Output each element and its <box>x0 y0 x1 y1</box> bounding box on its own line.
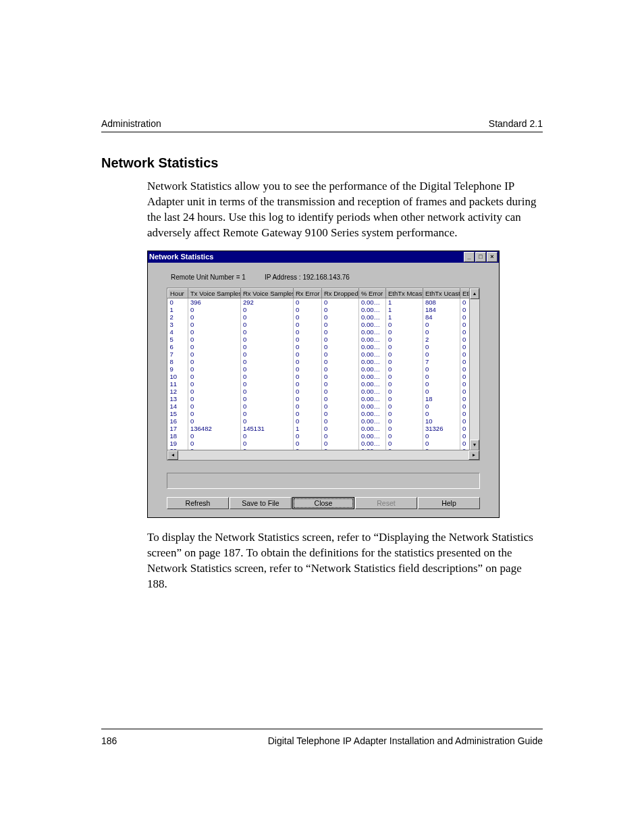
page-footer: 186 Digital Telephone IP Adapter Install… <box>101 735 543 746</box>
col-ethtx-ucast[interactable]: EthTx Ucast <box>423 288 460 298</box>
cell: 12 <box>168 388 188 395</box>
table-row[interactable]: 700000.00…000 <box>168 350 481 358</box>
table-row[interactable]: 400000.00…000 <box>168 328 481 336</box>
table-row[interactable]: 1800000.00…000 <box>168 432 481 440</box>
cell: 0 <box>322 365 359 373</box>
scroll-up-icon[interactable]: ▴ <box>470 288 479 299</box>
table-row[interactable]: 1500000.00…000 <box>168 410 481 417</box>
cell: 10 <box>423 417 460 425</box>
cell: 0 <box>423 350 460 358</box>
cell: 0 <box>322 336 359 343</box>
cell: 0 <box>294 373 322 380</box>
table-row[interactable]: 17136482145131100.00…0313260 <box>168 425 481 432</box>
table-row[interactable]: 200000.00…1840 <box>168 313 481 321</box>
cell: 0 <box>322 350 359 358</box>
reset-button[interactable]: Reset <box>355 497 417 509</box>
scroll-right-icon[interactable]: ▸ <box>468 450 479 460</box>
col-tx-voice[interactable]: Tx Voice Samples <box>188 288 241 298</box>
table-row[interactable]: 1300000.00…0180 <box>168 395 481 402</box>
col-hour[interactable]: Hour <box>168 288 188 298</box>
cell: 0 <box>322 306 359 313</box>
cell: 84 <box>423 313 460 321</box>
help-button[interactable]: Help <box>418 497 480 509</box>
scroll-down-icon[interactable]: ▾ <box>470 440 479 450</box>
cell: 0 <box>241 440 294 447</box>
cell: 0 <box>322 440 359 447</box>
cell: 0 <box>386 358 423 365</box>
followup-paragraph: To display the Network Statistics screen… <box>147 530 543 592</box>
cell: 0 <box>188 410 241 417</box>
cell: 0 <box>188 336 241 343</box>
window-title: Network Statistics <box>149 253 213 261</box>
cell: 11 <box>168 380 188 388</box>
cell: 7 <box>168 350 188 358</box>
cell: 0.00… <box>359 336 386 343</box>
table-row[interactable]: 300000.00…000 <box>168 321 481 328</box>
cell: 19 <box>168 440 188 447</box>
table-row[interactable]: 0396292000.00…18080 <box>168 298 481 306</box>
cell: 396 <box>188 298 241 306</box>
cell: 0 <box>322 388 359 395</box>
table-row[interactable]: 800000.00…070 <box>168 358 481 365</box>
cell: 0.00… <box>359 321 386 328</box>
cell: 1 <box>386 313 423 321</box>
col-rx-dropped[interactable]: Rx Dropped <box>322 288 359 298</box>
cell: 0 <box>168 298 188 306</box>
cell: 0 <box>386 402 423 410</box>
minimize-icon[interactable]: _ <box>464 252 475 262</box>
table-row[interactable]: 1100000.00…000 <box>168 380 481 388</box>
table-row[interactable]: 600000.00…000 <box>168 343 481 350</box>
table-row[interactable]: 1600000.00…0100 <box>168 417 481 425</box>
cell: 17 <box>168 425 188 432</box>
table-row[interactable]: 100000.00…11840 <box>168 306 481 313</box>
cell: 0 <box>188 328 241 336</box>
col-ethtx-mcast[interactable]: EthTx Mcast <box>386 288 423 298</box>
cell: 15 <box>168 410 188 417</box>
table-row[interactable]: 1200000.00…000 <box>168 388 481 395</box>
cell: 0.00… <box>359 328 386 336</box>
cell: 0 <box>241 373 294 380</box>
save-to-file-button[interactable]: Save to File <box>230 497 292 509</box>
cell: 14 <box>168 402 188 410</box>
cell: 0 <box>322 373 359 380</box>
cell: 0 <box>386 373 423 380</box>
cell: 0 <box>322 410 359 417</box>
col-rx-voice[interactable]: Rx Voice Samples <box>241 288 294 298</box>
table-row[interactable]: 500000.00…020 <box>168 336 481 343</box>
refresh-button[interactable]: Refresh <box>167 497 229 509</box>
intro-paragraph: Network Statistics allow you to see the … <box>147 179 543 241</box>
table-row[interactable]: 1900000.00…000 <box>168 440 481 447</box>
scroll-left-icon[interactable]: ◂ <box>167 450 178 460</box>
close-button[interactable]: Close <box>292 497 354 509</box>
section-title: Network Statistics <box>101 155 543 171</box>
cell: 0 <box>241 432 294 440</box>
cell: 0 <box>241 402 294 410</box>
horizontal-scrollbar[interactable]: ◂ ▸ <box>167 450 479 460</box>
table-row[interactable]: 900000.00…000 <box>168 365 481 373</box>
vertical-scrollbar[interactable]: ▴ ▾ <box>469 288 479 450</box>
cell: 0 <box>241 336 294 343</box>
cell: 0 <box>423 410 460 417</box>
cell: 0 <box>322 425 359 432</box>
cell: 0 <box>294 358 322 365</box>
cell: 7 <box>423 358 460 365</box>
maximize-icon[interactable]: □ <box>475 252 486 262</box>
cell: 0 <box>386 440 423 447</box>
table-row[interactable]: 1400000.00…000 <box>168 402 481 410</box>
cell: 0.00… <box>359 298 386 306</box>
cell: 0 <box>322 432 359 440</box>
table-row[interactable]: 1000000.00…000 <box>168 373 481 380</box>
cell: 0 <box>241 417 294 425</box>
cell: 0.00… <box>359 395 386 402</box>
page-number: 186 <box>101 735 117 746</box>
close-icon[interactable]: × <box>487 252 498 262</box>
cell: 0 <box>386 380 423 388</box>
col-rx-error[interactable]: Rx Error <box>294 288 322 298</box>
col-pct-error[interactable]: % Error <box>359 288 386 298</box>
cell: 0 <box>294 440 322 447</box>
cell: 0.00… <box>359 440 386 447</box>
cell: 0.00… <box>359 380 386 388</box>
cell: 0 <box>294 306 322 313</box>
cell: 292 <box>241 298 294 306</box>
cell: 16 <box>168 417 188 425</box>
